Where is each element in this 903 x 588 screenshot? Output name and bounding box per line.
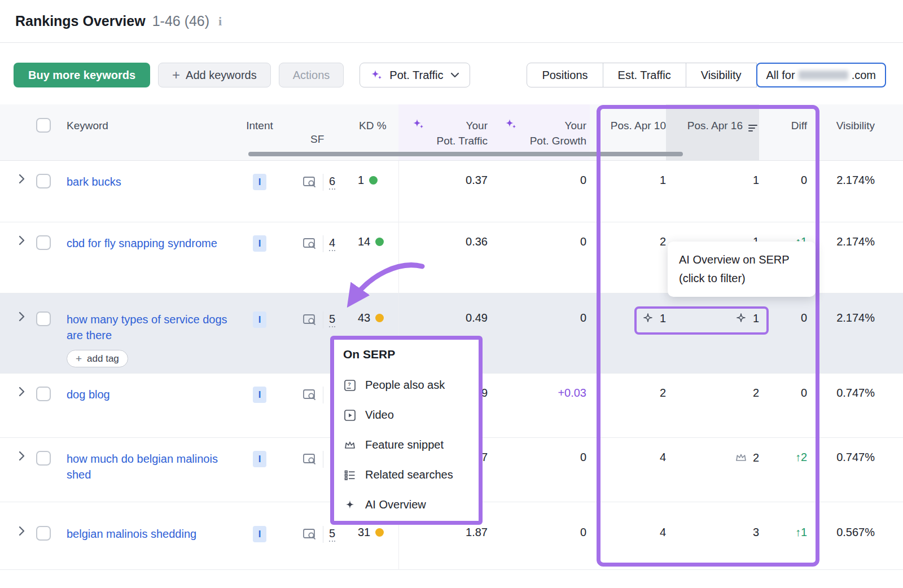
intent-badge[interactable]: I [253,387,266,403]
people-also-ask-icon: ? [343,379,357,392]
pot-traffic-value: 0.36 [398,235,491,248]
diff-value: ↑2 [759,451,807,464]
pos-apr16-value: 1 [753,174,759,187]
column-header-keyword[interactable]: Keyword [63,104,244,160]
diff-value: 0 [759,311,807,324]
row-checkbox[interactable] [36,451,51,466]
serp-preview-icon[interactable] [303,453,317,466]
ai-overview-tooltip: AI Overview on SERP (click to filter) [668,242,816,297]
result-count: 1-46 (46) [152,13,209,29]
serp-preview-icon[interactable] [303,238,317,250]
popup-title: On SERP [343,348,479,361]
expand-chevron-icon[interactable] [18,526,25,538]
pot-traffic-value: 1.87 [398,526,491,539]
pot-growth-value: 0 [491,174,590,187]
keyword-link[interactable]: bark bucks [67,174,121,190]
expand-chevron-icon[interactable] [18,174,25,186]
sort-icon [748,121,759,160]
popup-item-ai-overview[interactable]: AI Overview [343,490,479,520]
intent-badge[interactable]: I [253,174,266,190]
pot-growth-value: +0.03 [491,387,590,400]
divider [323,235,323,252]
segment-est-traffic[interactable]: Est. Traffic [603,63,686,87]
visibility-value: 2.174% [807,311,880,324]
row-checkbox[interactable] [36,174,51,188]
kd-dot [369,176,378,185]
related-searches-icon [343,468,357,482]
kd-dot [375,238,384,246]
diff-value: 0 [759,387,807,400]
diff-value: 0 [759,174,807,187]
sf-count[interactable]: 6 [329,175,335,190]
page-title: Rankings Overview [15,13,146,29]
serp-preview-icon[interactable] [303,528,317,541]
pos-apr10-value: 1 [660,312,666,325]
keyword-link[interactable]: how much do belgian malinois shed [67,451,244,482]
expand-chevron-icon[interactable] [18,311,25,324]
expand-chevron-icon[interactable] [18,451,25,463]
pos-apr16-value: 1 [753,312,759,325]
tooltip-line2: (click to filter) [679,269,804,288]
pos-apr10-value: 2 [660,235,666,248]
chevron-down-icon [450,72,459,78]
expand-chevron-icon[interactable] [18,235,25,248]
segment-positions[interactable]: Positions [527,63,603,87]
pot-growth-value: 0 [491,235,590,248]
serp-preview-icon[interactable] [303,176,317,188]
keyword-link[interactable]: how many types of service dogs are there [67,311,244,343]
add-keywords-button[interactable]: +Add keywords [158,63,271,87]
column-header-visibility[interactable]: Visibility [807,104,880,160]
popup-item-people-also-ask[interactable]: ? People also ask [343,370,479,400]
blurred-domain [799,71,848,80]
diff-value: ↑1 [759,526,807,539]
select-all-checkbox[interactable] [36,118,51,133]
segment-visibility[interactable]: Visibility [686,63,757,87]
actions-button[interactable]: Actions [279,63,344,87]
keyword-link[interactable]: dog blog [67,387,110,402]
row-checkbox[interactable] [36,311,51,326]
visibility-value: 0.747% [807,387,880,400]
info-icon[interactable]: i [218,14,222,29]
sf-count[interactable]: 5 [329,527,335,542]
add-tag-button[interactable]: +add tag [67,350,128,367]
keyword-link[interactable]: belgian malinois shedding [67,526,196,542]
row-checkbox[interactable] [36,235,51,250]
feature-snippet-icon [343,438,357,452]
serp-preview-icon[interactable] [303,314,317,326]
metric-segmented-control: Positions Est. Traffic Visibility All fo… [527,63,886,87]
divider [323,387,323,403]
row-checkbox[interactable] [36,387,51,401]
pos-apr10-value: 4 [660,451,666,464]
horizontal-scrollbar[interactable] [248,152,683,156]
ai-overview-icon[interactable] [734,311,748,325]
pos-apr10-value: 2 [660,387,666,400]
column-header-diff[interactable]: Diff [759,104,807,160]
intent-badge[interactable]: I [253,526,266,542]
divider [323,451,323,468]
crown-icon [734,451,748,464]
visibility-value: 2.174% [807,235,880,248]
pot-growth-value: 0 [491,451,590,464]
plus-icon: + [172,68,180,82]
segment-all-for-domain[interactable]: All for .com [756,63,886,87]
sf-count[interactable]: 4 [329,236,335,251]
title-bar: Rankings Overview 1-46 (46) i [0,0,903,43]
pos-apr10-value: 1 [660,174,666,187]
popup-item-related-searches[interactable]: Related searches [343,460,479,490]
popup-item-video[interactable]: Video [343,400,479,430]
pot-traffic-dropdown[interactable]: Pot. Traffic [360,63,470,87]
tooltip-line1: AI Overview on SERP [679,251,804,269]
ai-overview-icon[interactable] [641,311,655,325]
row-checkbox[interactable] [36,526,51,541]
intent-badge[interactable]: I [253,235,266,252]
buy-more-keywords-button[interactable]: Buy more keywords [14,63,150,87]
rankings-overview-page: Rankings Overview 1-46 (46) i Buy more k… [0,0,903,588]
popup-item-feature-snippet[interactable]: Feature snippet [343,430,479,460]
pos-apr16-value: 2 [753,451,759,464]
intent-badge[interactable]: I [253,311,266,328]
expand-chevron-icon[interactable] [18,387,25,399]
keyword-link[interactable]: cbd for fly snapping syndrome [67,235,217,251]
serp-preview-icon[interactable] [303,389,317,401]
intent-badge[interactable]: I [253,451,266,467]
sf-count[interactable]: 5 [329,313,335,327]
